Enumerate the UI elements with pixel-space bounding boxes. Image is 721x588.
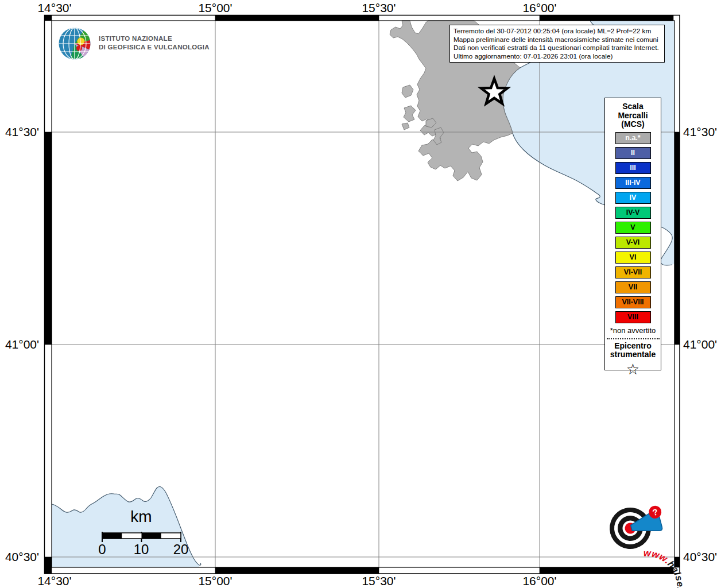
mcs-level-IV: IV [615, 192, 651, 204]
mcs-level-VI: VI [615, 252, 651, 264]
scalebar-tick-10: 10 [124, 541, 158, 558]
axis-label-right-4100: 41°00' [683, 338, 721, 351]
axis-label-top-1430: 14°30' [26, 1, 83, 15]
epicenter-legend-star-icon: ☆ [605, 361, 661, 378]
axis-label-bottom-1600: 16°00' [511, 574, 568, 588]
mcs-level-VI-VII: VI-VII [615, 266, 651, 278]
ingv-line2: DI GEOFISICA E VULCANOLOGIA [99, 43, 210, 52]
legend-title: Scala [605, 102, 661, 111]
mcs-level-III: III [615, 162, 651, 174]
ingv-logo-text: ISTITUTO NAZIONALE DI GEOFISICA E VULCAN… [99, 34, 210, 51]
scalebar-tick-0: 0 [85, 541, 119, 558]
macroseismic-map-page: ? www.haisentitoilterremoto.it [0, 0, 721, 588]
info-line-update: Ultimo aggiornamento: 07-01-2026 23:01 (… [453, 52, 661, 61]
mcs-level-II: II [615, 147, 651, 159]
mcs-level-VIII: VIII [615, 311, 651, 323]
axis-label-left-4100: 41°00' [0, 338, 39, 351]
epicenter-legend-title: Epicentro [605, 342, 661, 350]
legend-footnote: *non avvertito [605, 326, 661, 335]
axis-label-right-4030: 40°30' [683, 550, 721, 564]
mcs-level-VII-VIII: VII-VIII [615, 296, 651, 308]
mcs-level-n.a.*: n.a.* [615, 132, 651, 144]
axis-label-left-4130: 41°30' [0, 125, 39, 139]
legend-title: (MCS) [605, 120, 661, 129]
mcs-level-V: V [615, 222, 651, 234]
legend-title: Mercalli [605, 111, 661, 121]
epicenter-legend-title: strumentale [605, 350, 661, 359]
scalebar-tick-20: 20 [164, 541, 198, 558]
axis-label-bottom-1530: 15°30' [350, 574, 408, 588]
axis-label-top-1530: 15°30' [350, 1, 408, 15]
mcs-level-V-VI: V-VI [615, 237, 651, 249]
info-line-maptype: Mappa preliminare delle intensità macros… [453, 36, 661, 44]
axis-label-right-4130: 41°30' [683, 125, 721, 139]
axis-label-bottom-1500: 15°00' [187, 574, 244, 588]
scalebar-unit-label: km [113, 508, 170, 526]
axis-label-bottom-1430: 14°30' [26, 574, 83, 588]
mcs-level-IV-V: IV-V [615, 207, 651, 219]
axis-label-left-4030: 40°30' [0, 550, 39, 564]
ingv-line1: ISTITUTO NAZIONALE [99, 34, 210, 43]
axis-label-top-1600: 16°00' [511, 1, 568, 15]
mcs-level-III-IV: III-IV [615, 177, 651, 189]
mcs-legend: Scala Mercalli (MCS) n.a.*IIIIIIII-IVIVI… [604, 98, 661, 370]
mcs-level-list: n.a.*IIIIIIII-IVIVIV-VVV-VIVIVI-VIIVIIVI… [605, 132, 661, 323]
axis-label-top-1500: 15°00' [187, 1, 244, 15]
legend-divider [607, 338, 660, 339]
earthquake-info-box: Terremoto del 30-07-2012 00:25:04 (ora l… [449, 25, 665, 63]
info-line-data: Dati non verificati estratti da 11 quest… [453, 44, 661, 52]
mcs-level-VII: VII [615, 281, 651, 293]
info-line-event: Terremoto del 30-07-2012 00:25:04 (ora l… [453, 27, 661, 36]
